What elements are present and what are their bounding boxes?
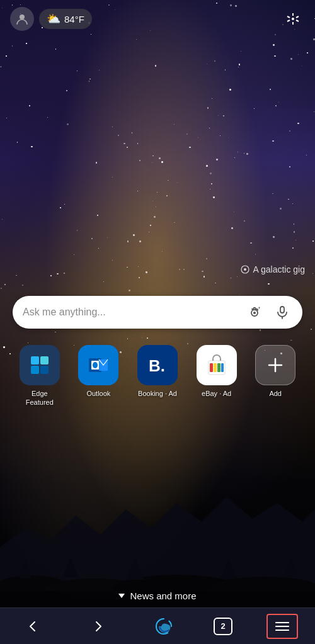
shortcuts-row: EdgeFeatured Outlook B. Booking · Ad	[13, 345, 302, 407]
weather-icon: ⛅	[47, 12, 60, 26]
svg-text:B.: B.	[149, 356, 165, 375]
outlook-icon	[78, 345, 118, 385]
booking-label: Booking · Ad	[138, 389, 177, 398]
camera-search-button[interactable]	[244, 302, 265, 322]
shortcut-outlook[interactable]: Outlook	[72, 345, 126, 398]
svg-point-21	[253, 312, 256, 314]
microphone-button[interactable]	[272, 302, 292, 322]
wallpaper-caption-text: A galactic gig	[253, 264, 306, 274]
svg-point-31	[93, 362, 98, 368]
mountains-silhouette	[0, 465, 315, 594]
shortcut-add[interactable]: Add	[248, 345, 302, 398]
search-icons	[244, 302, 292, 322]
svg-rect-25	[31, 356, 39, 364]
top-bar: ⛅ 84°F	[0, 0, 315, 38]
shortcut-booking[interactable]: B. Booking · Ad	[130, 345, 185, 398]
booking-icon: B.	[137, 345, 178, 385]
add-label: Add	[269, 389, 282, 398]
add-icon	[255, 345, 295, 385]
ebay-label: eBay · Ad	[202, 389, 231, 398]
temperature-label: 84°F	[64, 14, 84, 25]
edge-featured-label: EdgeFeatured	[26, 389, 54, 407]
search-bar[interactable]: Ask me anything...	[13, 296, 302, 329]
svg-rect-38	[221, 363, 224, 372]
tab-count-button[interactable]: 2	[214, 618, 232, 635]
shortcut-edge-featured[interactable]: EdgeFeatured	[13, 345, 67, 407]
outlook-label: Outlook	[86, 389, 110, 398]
svg-line-15	[296, 20, 299, 21]
weather-badge[interactable]: ⛅ 84°F	[39, 9, 92, 29]
bottom-nav: 2	[0, 607, 315, 644]
svg-rect-23	[280, 307, 284, 313]
svg-point-19	[244, 268, 246, 271]
svg-line-14	[287, 16, 290, 18]
top-left-group: ⛅ 84°F	[10, 7, 92, 31]
back-button[interactable]	[17, 614, 49, 639]
svg-line-16	[287, 20, 290, 21]
svg-rect-26	[40, 356, 49, 364]
menu-button[interactable]	[266, 614, 298, 639]
edge-logo-button[interactable]	[148, 614, 180, 639]
news-bar-label: News and more	[130, 590, 196, 601]
edge-featured-icon	[20, 345, 60, 385]
svg-rect-35	[210, 363, 213, 372]
svg-rect-28	[40, 366, 49, 374]
svg-point-11	[292, 18, 294, 20]
svg-rect-36	[214, 363, 217, 372]
svg-point-22	[259, 307, 260, 308]
svg-rect-27	[31, 366, 39, 374]
search-placeholder: Ask me anything...	[23, 307, 244, 318]
shortcut-ebay[interactable]: eBay · Ad	[190, 345, 244, 398]
svg-rect-37	[217, 363, 220, 372]
user-avatar[interactable]	[10, 7, 34, 31]
forward-button[interactable]	[83, 614, 114, 639]
wallpaper-caption: A galactic gig	[241, 264, 306, 274]
chevron-down-icon	[118, 594, 125, 598]
settings-icon[interactable]	[281, 7, 305, 31]
svg-point-10	[20, 14, 25, 20]
tab-count-label: 2	[220, 621, 225, 631]
svg-line-17	[296, 16, 299, 18]
news-bar[interactable]: News and more	[0, 590, 315, 606]
ebay-icon	[197, 345, 237, 385]
